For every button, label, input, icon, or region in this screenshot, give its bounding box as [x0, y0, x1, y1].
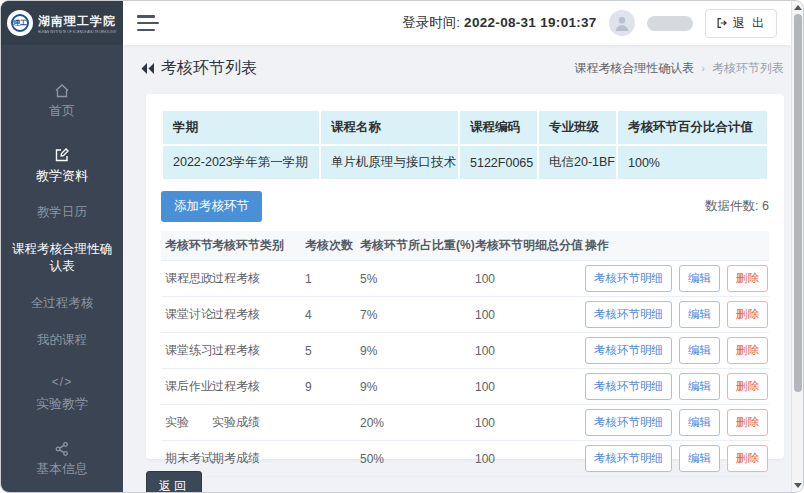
university-emblem-icon: 理工 — [7, 10, 33, 36]
vertical-scrollbar[interactable] — [791, 1, 803, 492]
edit-button[interactable]: 编辑 — [679, 409, 720, 436]
delete-button[interactable]: 删除 — [727, 409, 768, 436]
delete-button[interactable]: 删除 — [727, 337, 768, 364]
cell-total: 100 — [471, 369, 581, 405]
detail-button[interactable]: 考核环节明细 — [585, 301, 672, 328]
sidebar-item-whole-process-assessment[interactable]: 全过程考核 — [1, 295, 123, 312]
col-semester: 学期 — [162, 110, 320, 145]
course-name-value: 单片机原理与接口技术 — [320, 145, 459, 180]
cell-weight: 9% — [356, 333, 471, 369]
col-course-name: 课程名称 — [320, 110, 459, 145]
row-actions: 考核环节明细 编辑 删除 — [585, 373, 765, 400]
col-percent-total: 考核环节百分比合计值 — [617, 110, 768, 145]
code-icon: </> — [7, 374, 117, 392]
cell-name: 课后作业 — [161, 369, 208, 405]
detail-button[interactable]: 考核环节明细 — [585, 373, 672, 400]
row-actions: 考核环节明细 编辑 删除 — [585, 265, 765, 292]
cell-category: 过程考核 — [208, 297, 301, 333]
share-nodes-icon — [7, 439, 117, 457]
course-table-header-row: 学期 课程名称 课程编码 专业班级 考核环节百分比合计值 — [162, 110, 768, 145]
assessment-items-table: 考核环节 考核环节类别 考核次数 考核环节所占比重(%) 考核环节明细总分值 操… — [161, 231, 769, 477]
semester-value: 2022-2023学年第一学期 — [162, 145, 320, 180]
course-table-row: 2022-2023学年第一学期 单片机原理与接口技术 5122F0065 电信2… — [162, 145, 768, 180]
logout-button[interactable]: 退 出 — [705, 9, 777, 38]
sidebar-item-course-assessment-confirm[interactable]: 课程考核合理性确认表 — [1, 241, 123, 275]
edit-button[interactable]: 编辑 — [679, 373, 720, 400]
record-count-value: 6 — [762, 199, 769, 213]
col-item: 考核环节 — [161, 231, 208, 261]
col-category: 考核环节类别 — [208, 231, 301, 261]
breadcrumb-current: 考核环节列表 — [712, 60, 784, 77]
detail-button[interactable]: 考核环节明细 — [585, 445, 672, 472]
breadcrumb-separator-icon: › — [701, 62, 705, 74]
cell-weight: 5% — [356, 261, 471, 297]
delete-button[interactable]: 删除 — [727, 373, 768, 400]
cell-times — [301, 405, 356, 441]
logo: 理工 湖南理工学院 HUNAN INSTITUTE OF SCIENCE AND… — [1, 1, 123, 45]
cell-category: 过程考核 — [208, 261, 301, 297]
cell-name: 课程思政 — [161, 261, 208, 297]
table-row: 课程思政 过程考核 1 5% 100 考核环节明细 编辑 删除 — [161, 261, 769, 297]
detail-button[interactable]: 考核环节明细 — [585, 337, 672, 364]
delete-button[interactable]: 删除 — [727, 445, 768, 472]
sidebar-item-teaching-materials[interactable]: 教学资料 — [1, 146, 123, 185]
col-weight: 考核环节所占比重(%) — [356, 231, 471, 261]
scroll-up-icon[interactable] — [794, 5, 802, 10]
sidebar-item-experiment-teaching[interactable]: </> 实验教学 — [1, 374, 123, 413]
back-double-arrow-icon[interactable] — [140, 62, 155, 75]
col-actions: 操作 — [581, 231, 769, 261]
cell-category: 期考成绩 — [208, 441, 301, 477]
col-times: 考核次数 — [301, 231, 356, 261]
scrollbar-thumb[interactable] — [794, 14, 802, 392]
course-summary-table: 学期 课程名称 课程编码 专业班级 考核环节百分比合计值 2022-2023学年… — [161, 109, 769, 181]
login-time-value: 2022-08-31 19:01:37 — [464, 15, 597, 30]
col-class: 专业班级 — [538, 110, 617, 145]
back-button[interactable]: 返回 — [146, 471, 202, 492]
home-icon — [7, 81, 117, 99]
col-total-score: 考核环节明细总分值 — [471, 231, 581, 261]
cell-category: 过程考核 — [208, 333, 301, 369]
cell-name: 实验 — [161, 405, 208, 441]
cell-times — [301, 441, 356, 477]
cell-total: 100 — [471, 261, 581, 297]
cell-weight: 9% — [356, 369, 471, 405]
cell-times: 5 — [301, 333, 356, 369]
user-name-redacted — [647, 16, 693, 31]
row-actions: 考核环节明细 编辑 删除 — [585, 301, 765, 328]
scroll-down-icon[interactable] — [794, 483, 802, 488]
edit-button[interactable]: 编辑 — [679, 265, 720, 292]
items-table-body: 课程思政 过程考核 1 5% 100 考核环节明细 编辑 删除 课堂讨论 过程考… — [161, 261, 769, 477]
edit-square-icon — [7, 146, 117, 164]
edit-button[interactable]: 编辑 — [679, 301, 720, 328]
add-assessment-button[interactable]: 添加考核环节 — [161, 191, 262, 222]
table-row: 课后作业 过程考核 9 9% 100 考核环节明细 编辑 删除 — [161, 369, 769, 405]
sidebar-item-my-courses[interactable]: 我的课程 — [1, 332, 123, 349]
sidebar: 理工 湖南理工学院 HUNAN INSTITUTE OF SCIENCE AND… — [1, 1, 123, 492]
sidebar-item-home[interactable]: 首页 — [1, 81, 123, 120]
page-header: 考核环节列表 课程考核合理性确认表 › 考核环节列表 — [123, 45, 791, 91]
row-actions: 考核环节明细 编辑 删除 — [585, 445, 765, 472]
cell-category: 实验成绩 — [208, 405, 301, 441]
delete-button[interactable]: 删除 — [727, 265, 768, 292]
detail-button[interactable]: 考核环节明细 — [585, 265, 672, 292]
edit-button[interactable]: 编辑 — [679, 445, 720, 472]
class-value: 电信20-1BF — [538, 145, 617, 180]
cell-total: 100 — [471, 441, 581, 477]
login-time: 登录时间:2022-08-31 19:01:37 — [402, 14, 596, 32]
university-name: 湖南理工学院 — [38, 13, 117, 30]
cell-times: 9 — [301, 369, 356, 405]
delete-button[interactable]: 删除 — [727, 301, 768, 328]
row-actions: 考核环节明细 编辑 删除 — [585, 337, 765, 364]
record-count: 数据件数: 6 — [705, 198, 769, 215]
edit-button[interactable]: 编辑 — [679, 337, 720, 364]
sidebar-item-basic-info[interactable]: 基本信息 — [1, 439, 123, 478]
content: 考核环节列表 课程考核合理性确认表 › 考核环节列表 学期 课程名称 课程编码 … — [123, 45, 791, 492]
sidebar-item-teaching-calendar[interactable]: 教学日历 — [1, 204, 123, 221]
table-row: 实验 实验成绩 20% 100 考核环节明细 编辑 删除 — [161, 405, 769, 441]
breadcrumb-parent[interactable]: 课程考核合理性确认表 — [574, 60, 694, 77]
avatar[interactable] — [609, 10, 635, 36]
cell-total: 100 — [471, 297, 581, 333]
cell-times: 1 — [301, 261, 356, 297]
detail-button[interactable]: 考核环节明细 — [585, 409, 672, 436]
menu-toggle-icon[interactable] — [137, 15, 159, 31]
